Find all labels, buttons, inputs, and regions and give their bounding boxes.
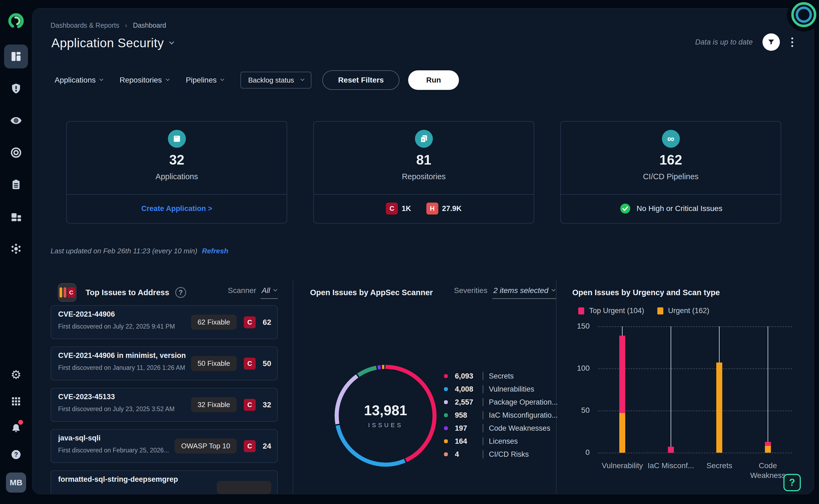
dashboard-icon [10, 51, 22, 62]
page-title: Application Security [51, 36, 164, 50]
x-tick-vulnerability: Vulnerability [597, 461, 648, 471]
aqua-logo-icon[interactable] [8, 12, 24, 29]
report-clipboard-icon [10, 179, 22, 191]
chevron-down-icon [99, 77, 103, 81]
chevron-down-icon[interactable] [169, 39, 174, 44]
sidebar-item-integrations[interactable] [4, 237, 28, 261]
refresh-link[interactable]: Refresh [202, 247, 228, 255]
repositories-count: 81 [314, 152, 534, 168]
backlog-status-dropdown[interactable]: Backlog status [240, 72, 311, 89]
fixable-pill: 62 Fixable [191, 315, 237, 330]
run-button[interactable]: Run [408, 70, 459, 90]
eye-icon [10, 115, 22, 127]
issue-row[interactable]: java-sql-sqli First discovered on Februa… [51, 429, 278, 463]
iac-misconfig-dot-icon [444, 413, 448, 417]
notification-dot [18, 420, 23, 425]
sidebar-item-targets[interactable] [4, 141, 28, 165]
urgency-chart-widget: Open Issues by Urgency and Scan type Top… [557, 280, 796, 494]
chevron-down-icon [273, 287, 277, 291]
help-tooltip-icon[interactable]: ? [175, 287, 186, 298]
package-operations-dot-icon [444, 400, 448, 404]
no-issues-text: No High or Critical Issues [637, 204, 723, 213]
pipelines-label: CI/CD Pipelines [561, 172, 781, 181]
legend-item: 197Code Weaknesses [444, 422, 558, 435]
donut-chart-title: Open Issues by AppSec Scanner [310, 288, 433, 297]
user-avatar[interactable]: MB [6, 473, 26, 493]
applications-label: Applications [67, 172, 287, 181]
sidebar-item-dashboard[interactable] [4, 45, 28, 68]
x-tick-secrets: Secrets [694, 461, 745, 471]
breadcrumb-dashboards-reports[interactable]: Dashboards & Reports [51, 21, 119, 29]
help-fab-button[interactable]: ? [783, 474, 801, 491]
issue-row[interactable]: formatted-sql-string-deepsemgrep [51, 470, 278, 494]
owasp-pill: OWASP Top 10 [175, 439, 237, 453]
settings-button[interactable]: ⚙ [7, 366, 25, 383]
breadcrumb-dashboard[interactable]: Dashboard [133, 21, 166, 29]
create-application-link[interactable]: Create Application > [141, 204, 212, 213]
legend-item: 164Licenses [444, 435, 558, 448]
applications-window-icon [168, 130, 186, 148]
pipelines-infinity-icon: ∞ [662, 130, 680, 148]
last-updated-text: Last updated on Feb 26th 11:23 (every 10… [51, 247, 228, 255]
pipelines-filter-dropdown[interactable]: Pipelines [186, 76, 224, 84]
breadcrumb: Dashboards & Reports › Dashboard [51, 21, 166, 29]
pipelines-count: 162 [561, 152, 781, 168]
app-root: ⚙ ? MB [0, 0, 819, 504]
svg-text:?: ? [14, 451, 18, 458]
sidebar-item-reports[interactable] [4, 173, 28, 197]
severities-label: Severities [454, 286, 488, 295]
repositories-label: Repositories [314, 172, 534, 181]
legend-item: 6,093Secrets [444, 370, 558, 383]
main-panel: Dashboards & Reports › Dashboard Applica… [32, 8, 814, 494]
grid-icon [11, 396, 21, 407]
repositories-filter-dropdown[interactable]: Repositories [120, 76, 169, 84]
issue-row[interactable]: CVE-2023-45133 First discovered on July … [51, 388, 278, 422]
issue-row[interactable]: CVE-2021-44906 in minimist, version:... … [51, 347, 278, 380]
more-options-button[interactable] [790, 36, 795, 49]
legend-item: 2,557Package Operation... [444, 396, 558, 409]
applications-filter-dropdown[interactable]: Applications [55, 76, 103, 84]
sidebar-item-visibility[interactable] [4, 109, 28, 133]
high-count: 27.9K [442, 204, 462, 213]
breadcrumb-separator: › [125, 21, 127, 29]
top-issues-widget: C Top Issues to Address ? Scanner All CV… [51, 280, 293, 494]
critical-severity-badge: C [244, 399, 256, 411]
sidebar-item-inventory[interactable] [4, 205, 28, 229]
funnel-icon [767, 38, 775, 46]
fixable-pill: 50 Fixable [191, 356, 237, 371]
critical-severity-badge: C [244, 316, 256, 328]
severity-stack-icon: C [58, 283, 76, 302]
applications-stat-card: 32 Applications Create Application > [66, 121, 287, 223]
notifications-button[interactable] [7, 419, 25, 437]
critical-severity-badge: C [386, 203, 398, 215]
appsec-scanner-widget: Open Issues by AppSec Scanner Severities… [293, 280, 557, 494]
issues-total-label: ISSUES [331, 422, 440, 429]
high-severity-badge: H [427, 203, 438, 215]
secrets-dot-icon [444, 374, 448, 378]
target-icon [10, 147, 22, 159]
filter-button[interactable] [763, 33, 780, 51]
sidebar-nav [4, 45, 28, 261]
applications-count: 32 [67, 152, 287, 168]
legend-item: 4CI/CD Risks [444, 448, 558, 461]
sidebar-item-security-issues[interactable] [4, 77, 28, 100]
fixable-pill [217, 481, 271, 494]
question-circle-icon: ? [11, 449, 21, 460]
issue-row[interactable]: CVE-2021-44906 First discovered on July … [51, 305, 278, 339]
help-button-sidebar[interactable]: ? [7, 446, 25, 463]
bar-chart-legend: Top Urgent (104) Urgent (162) [578, 307, 796, 315]
stat-cards: 32 Applications Create Application > 81 … [66, 121, 781, 223]
inventory-blocks-icon [10, 211, 22, 223]
donut-legend: 6,093Secrets 4,008Vulnerabilities 2,557P… [444, 370, 558, 461]
x-tick-iac: IaC Misconf... [645, 461, 697, 471]
donut-chart: 13,981 ISSUES [331, 361, 440, 470]
scanner-dropdown[interactable]: All [260, 286, 278, 299]
severities-dropdown[interactable]: 2 items selected [493, 286, 556, 299]
critical-count: 1K [401, 204, 411, 213]
code-weaknesses-dot-icon [444, 426, 448, 430]
apps-grid-button[interactable] [7, 393, 25, 410]
sidebar-bottom: ⚙ ? MB [6, 366, 26, 497]
legend-item: 958IaC Misconfiguratio... [444, 409, 558, 422]
repositories-icon [415, 130, 433, 148]
reset-filters-button[interactable]: Reset Filters [322, 70, 399, 90]
